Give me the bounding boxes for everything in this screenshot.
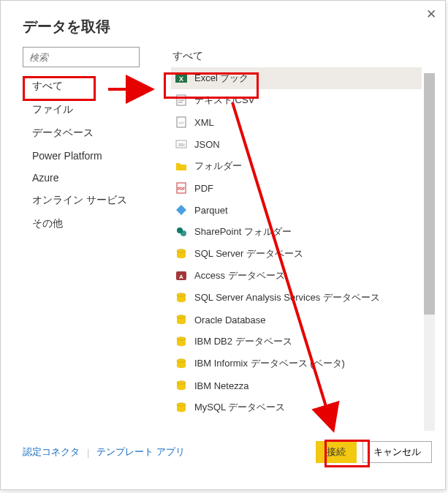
db-icon bbox=[175, 336, 187, 347]
category-label: ファイル bbox=[32, 103, 73, 115]
dialog-footer: 認定コネクタ | テンプレート アプリ 接続 キャンセル bbox=[1, 431, 445, 473]
category-label: その他 bbox=[32, 217, 63, 229]
connector-label: Access データベース bbox=[194, 269, 285, 282]
db-icon bbox=[175, 314, 187, 325]
connector-list-container: XExcel ブックテキスト/CSV</>XMLJSNJSONフォルダーPDFP… bbox=[171, 67, 435, 431]
connector-label: PDF bbox=[194, 183, 213, 194]
dialog-content: すべてファイルデータベースPower PlatformAzureオンライン サー… bbox=[1, 47, 445, 431]
connector-label: SharePoint フォルダー bbox=[194, 225, 292, 238]
connector-label: IBM Netezza bbox=[194, 380, 248, 391]
parquet-icon bbox=[175, 204, 187, 216]
svg-text:JSN: JSN bbox=[178, 143, 185, 147]
connector-item[interactable]: SQL Server Analysis Services データベース bbox=[171, 287, 422, 309]
access-icon: A bbox=[175, 270, 187, 282]
connector-item[interactable]: SQL Server データベース bbox=[171, 243, 422, 265]
connector-label: フォルダー bbox=[194, 159, 242, 173]
json-icon: JSN bbox=[175, 138, 187, 150]
connector-item[interactable]: フォルダー bbox=[171, 155, 422, 177]
category-label: Azure bbox=[32, 172, 59, 184]
excel-icon: X bbox=[175, 72, 187, 84]
connector-label: Parquet bbox=[194, 205, 228, 216]
footer-links: 認定コネクタ | テンプレート アプリ bbox=[23, 445, 185, 459]
scrollbar-thumb[interactable] bbox=[424, 73, 435, 315]
connect-button[interactable]: 接続 bbox=[316, 441, 357, 463]
category-list: すべてファイルデータベースPower PlatformAzureオンライン サー… bbox=[23, 75, 143, 236]
db-icon bbox=[175, 358, 187, 369]
category-item[interactable]: Azure bbox=[23, 167, 143, 189]
close-button[interactable]: ✕ bbox=[426, 8, 436, 20]
dialog-title: データを取得 bbox=[1, 1, 445, 47]
close-icon: ✕ bbox=[426, 7, 436, 21]
list-title: すべて bbox=[171, 47, 435, 67]
connector-label: SQL Server Analysis Services データベース bbox=[194, 291, 380, 304]
category-item[interactable]: Power Platform bbox=[23, 145, 143, 167]
connector-label: IBM Informix データベース (ベータ) bbox=[194, 357, 345, 370]
pdf-icon: PDF bbox=[175, 182, 187, 194]
svg-text:A: A bbox=[179, 274, 183, 280]
folder-icon bbox=[175, 160, 187, 172]
template-apps-link[interactable]: テンプレート アプリ bbox=[96, 445, 185, 459]
category-label: Power Platform bbox=[32, 150, 102, 162]
svg-text:X: X bbox=[179, 75, 183, 83]
connector-label: テキスト/CSV bbox=[194, 94, 254, 107]
category-item[interactable]: ファイル bbox=[23, 98, 143, 121]
connector-label: JSON bbox=[194, 139, 220, 150]
get-data-dialog: ✕ データを取得 すべてファイルデータベースPower PlatformAzur… bbox=[0, 0, 446, 490]
category-label: データベース bbox=[32, 127, 94, 138]
connector-item[interactable]: テキスト/CSV bbox=[171, 89, 422, 111]
category-item[interactable]: データベース bbox=[23, 121, 143, 145]
connector-item[interactable]: XExcel ブック bbox=[171, 67, 422, 89]
connector-item[interactable]: </>XML bbox=[171, 111, 422, 133]
category-item[interactable]: すべて bbox=[23, 75, 143, 98]
db-icon bbox=[175, 402, 187, 413]
separator: | bbox=[87, 447, 89, 458]
db-icon bbox=[175, 248, 187, 260]
cancel-button[interactable]: キャンセル bbox=[362, 441, 432, 463]
connector-item[interactable]: SharePoint フォルダー bbox=[171, 221, 422, 243]
connector-item[interactable]: JSNJSON bbox=[171, 133, 422, 155]
connector-label: Oracle Database bbox=[194, 315, 266, 325]
category-item[interactable]: オンライン サービス bbox=[23, 189, 143, 212]
text-icon bbox=[175, 94, 187, 106]
connector-label: XML bbox=[194, 117, 214, 128]
svg-text:PDF: PDF bbox=[178, 187, 185, 191]
sidebar: すべてファイルデータベースPower PlatformAzureオンライン サー… bbox=[23, 47, 143, 431]
connector-item[interactable]: IBM Netezza bbox=[171, 375, 422, 396]
svg-marker-12 bbox=[176, 205, 186, 215]
connector-label: SQL Server データベース bbox=[194, 247, 303, 260]
xml-icon: </> bbox=[175, 116, 187, 128]
connector-label: MySQL データベース bbox=[194, 401, 285, 414]
certified-connectors-link[interactable]: 認定コネクタ bbox=[23, 445, 80, 459]
connector-item[interactable]: AAccess データベース bbox=[171, 265, 422, 287]
connector-item[interactable]: MySQL データベース bbox=[171, 396, 422, 418]
category-label: すべて bbox=[32, 80, 63, 91]
svg-text:</>: </> bbox=[178, 121, 183, 125]
connector-label: Excel ブック bbox=[194, 72, 248, 85]
connector-label: IBM DB2 データベース bbox=[194, 335, 292, 348]
db-icon bbox=[175, 292, 187, 304]
svg-point-14 bbox=[181, 230, 186, 236]
connector-item[interactable]: Parquet bbox=[171, 199, 422, 221]
connector-list: XExcel ブックテキスト/CSV</>XMLJSNJSONフォルダーPDFP… bbox=[171, 67, 435, 418]
connector-item[interactable]: Oracle Database bbox=[171, 309, 422, 331]
connector-item[interactable]: IBM Informix データベース (ベータ) bbox=[171, 353, 422, 375]
search-input[interactable] bbox=[23, 47, 140, 67]
sharepoint-icon bbox=[175, 226, 187, 238]
main-panel: すべて XExcel ブックテキスト/CSV</>XMLJSNJSONフォルダー… bbox=[143, 47, 435, 431]
connector-item[interactable]: PDFPDF bbox=[171, 177, 422, 199]
connector-item[interactable]: IBM DB2 データベース bbox=[171, 331, 422, 353]
category-item[interactable]: その他 bbox=[23, 212, 143, 236]
db-icon bbox=[175, 380, 187, 391]
category-label: オンライン サービス bbox=[32, 194, 127, 206]
